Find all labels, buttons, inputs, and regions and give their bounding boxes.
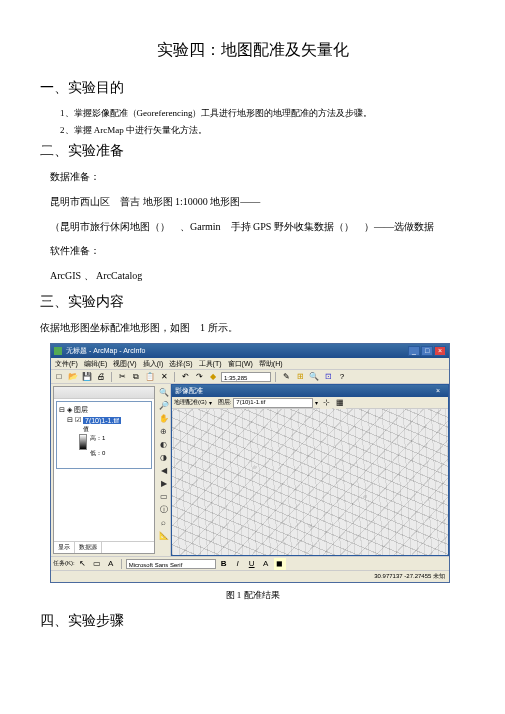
toc-tab-display[interactable]: 显示 <box>54 542 75 553</box>
page-title: 实验四：地图配准及矢量化 <box>40 40 465 61</box>
checkbox-icon[interactable]: ☑ <box>75 416 81 424</box>
menu-view[interactable]: 视图(V) <box>113 359 136 369</box>
section-2-heading: 二、实验准备 <box>40 142 465 160</box>
pointer-tool[interactable]: ↖ <box>77 558 89 570</box>
layers-root-label: 图层 <box>74 405 88 415</box>
measure-tool[interactable]: 📐 <box>158 529 170 541</box>
menu-window[interactable]: 窗口(W) <box>228 359 253 369</box>
maximize-button[interactable]: □ <box>421 346 433 356</box>
undo-button[interactable]: ↶ <box>179 371 191 383</box>
map-view: 影像配准 × 地理配准(G) ▾ 图层: 7(10)1-1.tif ▾ ⊹ ▦ <box>171 384 449 556</box>
georef-layer-field[interactable]: 7(10)1-1.tif <box>233 398 313 408</box>
menu-help[interactable]: 帮助(H) <box>259 359 283 369</box>
main-toolbar: □ 📂 💾 🖨 ✂ ⧉ 📋 ✕ ↶ ↷ ◆ 1:35,285 ✎ ⊞ 🔍 ⊡ ? <box>51 370 449 384</box>
map-canvas[interactable] <box>172 409 448 555</box>
find-tool[interactable]: ⌕ <box>158 516 170 528</box>
software-prep-label: 软件准备： <box>50 244 465 258</box>
open-button[interactable]: 📂 <box>67 371 79 383</box>
toc-tab-source[interactable]: 数据源 <box>75 542 102 553</box>
georef-toolbar: 地理配准(G) ▾ 图层: 7(10)1-1.tif ▾ ⊹ ▦ <box>172 397 448 409</box>
new-button[interactable]: □ <box>53 371 65 383</box>
fixed-zoom-in[interactable]: ◐ <box>158 438 170 450</box>
minimize-button[interactable]: _ <box>408 346 420 356</box>
georef-close[interactable]: × <box>436 387 445 395</box>
data-prep-label: 数据准备： <box>50 170 465 184</box>
add-control-points[interactable]: ⊹ <box>320 397 332 409</box>
georef-window: 影像配准 × 地理配准(G) ▾ 图层: 7(10)1-1.tif ▾ ⊹ ▦ <box>171 384 449 556</box>
cut-button[interactable]: ✂ <box>116 371 128 383</box>
data-line-2: （昆明市旅行休闲地图（） 、Garmin 手持 GPS 野外收集数据（） ）——… <box>50 219 465 234</box>
toc-tabs: 显示 数据源 <box>54 541 154 553</box>
search-button[interactable]: 🔍 <box>308 371 320 383</box>
gradient-symbol <box>79 434 87 450</box>
bold-button[interactable]: B <box>218 558 230 570</box>
toc-content: ⊟ ◈ 图层 ⊟ ☑ 7(10)1-1.tif 值 <box>54 399 154 541</box>
dropdown-icon[interactable]: ▾ <box>209 399 212 406</box>
dropdown-icon[interactable]: ▾ <box>315 399 318 406</box>
menu-select[interactable]: 选择(S) <box>169 359 192 369</box>
prev-extent-tool[interactable]: ◀ <box>158 464 170 476</box>
save-button[interactable]: 💾 <box>81 371 93 383</box>
georef-titlebar[interactable]: 影像配准 × <box>172 385 448 397</box>
window-titlebar[interactable]: 无标题 - ArcMap - ArcInfo _ □ × <box>51 344 449 358</box>
zoom-in-tool[interactable]: 🔍 <box>158 386 170 398</box>
full-extent-tool[interactable]: ⊕ <box>158 425 170 437</box>
font-color[interactable]: A <box>260 558 272 570</box>
objective-2: 2、掌握 ArcMap 中进行矢量化方法。 <box>60 124 465 137</box>
editor-button[interactable]: ✎ <box>280 371 292 383</box>
section-3-intro: 依据地形图坐标配准地形图，如图 1 所示。 <box>40 321 465 335</box>
objective-1: 1、掌握影像配准（Georeferencing）工具进行地形图的地理配准的方法及… <box>60 107 465 120</box>
text-tool[interactable]: A <box>105 558 117 570</box>
status-bar: 30.977137 -27.27455 未知 <box>51 570 449 582</box>
georef-menu[interactable]: 地理配准(G) <box>174 398 207 407</box>
print-button[interactable]: 🖨 <box>95 371 107 383</box>
copy-button[interactable]: ⧉ <box>130 371 142 383</box>
expand-icon[interactable]: ⊟ <box>59 406 65 414</box>
layers-root[interactable]: ⊟ ◈ 图层 <box>59 405 149 415</box>
menu-file[interactable]: 文件(F) <box>55 359 78 369</box>
section-3-heading: 三、实验内容 <box>40 293 465 311</box>
catalog-button[interactable]: ⊞ <box>294 371 306 383</box>
link-table-button[interactable]: ▦ <box>334 397 346 409</box>
pan-tool[interactable]: ✋ <box>158 412 170 424</box>
expand-icon[interactable]: ⊟ <box>67 416 73 424</box>
draw-toolbar: 任务(K): ↖ ▭ A Microsoft Sans Serif B I U … <box>51 556 449 570</box>
coordinates: 30.977137 -27.27455 未知 <box>374 572 445 581</box>
layer-name[interactable]: 7(10)1-1.tif <box>83 417 121 424</box>
next-extent-tool[interactable]: ▶ <box>158 477 170 489</box>
toc-header <box>54 387 154 399</box>
toolbox-button[interactable]: ⊡ <box>322 371 334 383</box>
low-value: 低：0 <box>90 449 105 458</box>
delete-button[interactable]: ✕ <box>158 371 170 383</box>
zoom-out-tool[interactable]: 🔎 <box>158 399 170 411</box>
rect-tool[interactable]: ▭ <box>91 558 103 570</box>
toolbar-separator <box>275 372 276 382</box>
menu-edit[interactable]: 编辑(E) <box>84 359 107 369</box>
toolbar-separator <box>121 559 122 569</box>
layer-label: 图层: <box>218 398 232 407</box>
scale-selector[interactable]: 1:35,285 <box>221 372 271 382</box>
toc-panel: ⊟ ◈ 图层 ⊟ ☑ 7(10)1-1.tif 值 <box>53 386 155 554</box>
font-selector[interactable]: Microsoft Sans Serif <box>126 559 216 569</box>
layers-tree[interactable]: ⊟ ◈ 图层 ⊟ ☑ 7(10)1-1.tif 值 <box>56 401 152 469</box>
redo-button[interactable]: ↷ <box>193 371 205 383</box>
select-tool[interactable]: ▭ <box>158 490 170 502</box>
close-button[interactable]: × <box>434 346 446 356</box>
layer-row[interactable]: ⊟ ☑ 7(10)1-1.tif <box>59 416 149 424</box>
italic-button[interactable]: I <box>232 558 244 570</box>
add-data-button[interactable]: ◆ <box>207 371 219 383</box>
data-line-1: 昆明市西山区 普吉 地形图 1:10000 地形图—— <box>50 194 465 209</box>
toolbar-separator <box>174 372 175 382</box>
paste-button[interactable]: 📋 <box>144 371 156 383</box>
layers-icon: ◈ <box>67 406 72 414</box>
tools-toolbar: 🔍 🔎 ✋ ⊕ ◐ ◑ ◀ ▶ ▭ ⓘ ⌕ 📐 <box>157 384 171 556</box>
menu-insert[interactable]: 插入(I) <box>143 359 164 369</box>
fill-color[interactable]: ◼ <box>274 558 286 570</box>
fixed-zoom-out[interactable]: ◑ <box>158 451 170 463</box>
help-button[interactable]: ? <box>336 371 348 383</box>
menu-tools[interactable]: 工具(T) <box>199 359 222 369</box>
underline-button[interactable]: U <box>246 558 258 570</box>
identify-tool[interactable]: ⓘ <box>158 503 170 515</box>
app-icon <box>54 347 62 355</box>
software-line: ArcGIS 、 ArcCatalog <box>50 268 465 283</box>
